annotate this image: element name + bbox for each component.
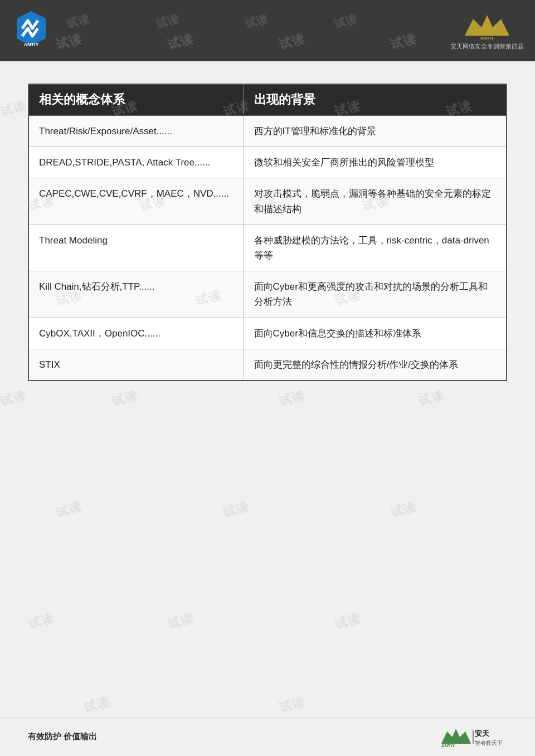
footer: 有效防护 价值输出 安天 智者数天下 ANTIY [0,717,535,756]
header-watermark-2: 试读 [154,11,180,31]
watermark-23: 试读 [388,498,419,521]
svg-text:ANTIY: ANTIY [480,36,494,41]
table-cell-right-4: 面向Cyber和更高强度的攻击和对抗的场景的分析工具和分析方法 [244,271,507,318]
watermark-21: 试读 [54,498,84,521]
watermark-22: 试读 [221,498,251,521]
svg-text:ANTIY: ANTIY [441,743,455,748]
table-cell-right-1: 微软和相关安全厂商所推出的风险管理模型 [244,147,507,178]
table-row: CybOX,TAXII，OpenIOC......面向Cyber和信息交换的描述… [28,318,507,349]
brand-subtitle: 安天网络安全冬训营第四届 [450,42,524,51]
svg-marker-4 [441,729,471,744]
col1-header: 相关的概念体系 [28,84,244,115]
table-row: Threat Modeling各种威胁建模的方法论，工具，risk-centri… [28,225,507,271]
table-cell-left-1: DREAD,STRIDE,PASTA, Attack Tree...... [28,147,244,178]
table-cell-right-2: 对攻击模式，脆弱点，漏洞等各种基础的安全元素的标定和描述结构 [244,178,507,225]
col2-header: 出现的背景 [244,84,507,115]
table-row: CAPEC,CWE,CVE,CVRF，MAEC，NVD......对攻击模式，脆… [28,178,507,225]
table-cell-right-0: 西方的IT管理和标准化的背景 [244,115,507,147]
table-row: STIX面向更完整的综合性的情报分析/作业/交换的体系 [28,349,507,381]
watermark-27: 试读 [82,693,112,716]
watermark-26: 试读 [333,609,363,632]
header-brand-right: ANTIY 安天网络安全冬训营第四届 [450,11,524,51]
header-watermark-1: 试读 [65,11,91,31]
concept-table: 相关的概念体系 出现的背景 Threat/Risk/Exposure/Asset… [28,84,507,381]
header-watermark-4: 试读 [333,11,358,31]
table-row: DREAD,STRIDE,PASTA, Attack Tree......微软和… [28,147,507,178]
svg-text:安天: 安天 [474,729,490,738]
watermark-25: 试读 [166,609,196,632]
svg-marker-2 [465,15,509,36]
table-cell-right-5: 面向Cyber和信息交换的描述和标准体系 [244,318,507,349]
table-row: Threat/Risk/Exposure/Asset......西方的IT管理和… [28,115,507,147]
watermark-24: 试读 [26,609,56,632]
table-cell-left-2: CAPEC,CWE,CVE,CVRF，MAEC，NVD...... [28,178,244,225]
header-watermark-3: 试读 [244,11,269,31]
watermark-28: 试读 [277,693,307,716]
table-cell-left-0: Threat/Risk/Exposure/Asset...... [28,115,244,147]
table-cell-left-6: STIX [28,349,244,381]
table-cell-left-5: CybOX,TAXII，OpenIOC...... [28,318,244,349]
table-cell-left-3: Threat Modeling [28,225,244,271]
table-cell-right-3: 各种威胁建模的方法论，工具，risk-centric，data-driven等等 [244,225,507,271]
svg-text:智者数天下: 智者数天下 [475,740,503,746]
footer-logo: 安天 智者数天下 ANTIY [440,726,507,748]
table-cell-right-6: 面向更完整的综合性的情报分析/作业/交换的体系 [244,349,507,381]
header: 试读 试读 试读 试读 ANTIY ANTIY 安天网络安全冬训营第四届 [0,0,535,61]
table-row: Kill Chain,钻石分析,TTP......面向Cyber和更高强度的攻击… [28,271,507,318]
header-logo: ANTIY [11,8,56,53]
table-cell-left-4: Kill Chain,钻石分析,TTP...... [28,271,244,318]
svg-rect-5 [473,730,474,744]
svg-text:ANTIY: ANTIY [24,42,39,47]
main-content: 相关的概念体系 出现的背景 Threat/Risk/Exposure/Asset… [0,61,535,398]
footer-slogan: 有效防护 价值输出 [28,731,97,742]
